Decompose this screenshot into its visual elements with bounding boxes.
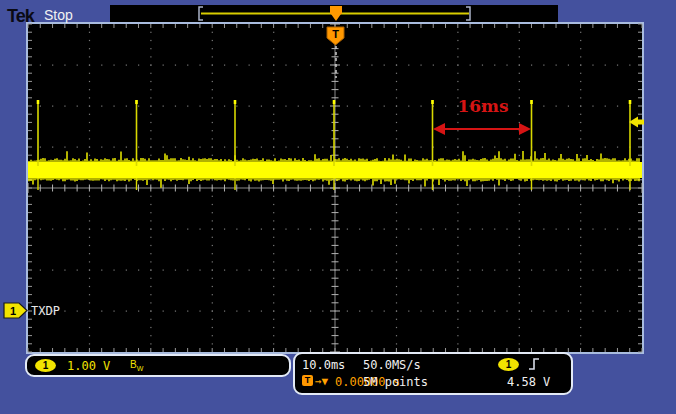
acquisition-bar-background (110, 5, 558, 22)
graticule-frame (26, 22, 644, 354)
acquisition-status: Stop (44, 7, 73, 23)
channel-number-glyph: 1 (10, 305, 16, 317)
channel-ground-marker: 1 (4, 303, 27, 318)
trigger-level-readout: 4.58 V (507, 375, 550, 389)
channel-readout-box: 1 1.00 V BW (25, 354, 291, 377)
channel-scale: 1.00 V (67, 359, 110, 373)
horizontal-trigger-readout-box: 10.0ms 50.0MS/s 1 T →▼ 0.00000 s 5M poin… (293, 352, 573, 395)
trigger-slope-icon (527, 357, 541, 371)
channel-badge: 1 (35, 359, 56, 372)
oscilloscope-screen: Tek Stop T 1 TXDP 16ms (0, 0, 676, 414)
record-length-readout: 5M points (363, 375, 428, 389)
sample-rate-readout: 50.0MS/s (363, 358, 421, 372)
timebase-readout: 10.0ms (302, 358, 345, 372)
bandwidth-limit-indicator: BW (130, 359, 143, 372)
trigger-t-badge: T (302, 375, 313, 386)
tek-logo: Tek (7, 6, 34, 27)
trigger-position-arrow: →▼ (315, 375, 328, 388)
trigger-source-badge: 1 (498, 358, 519, 371)
